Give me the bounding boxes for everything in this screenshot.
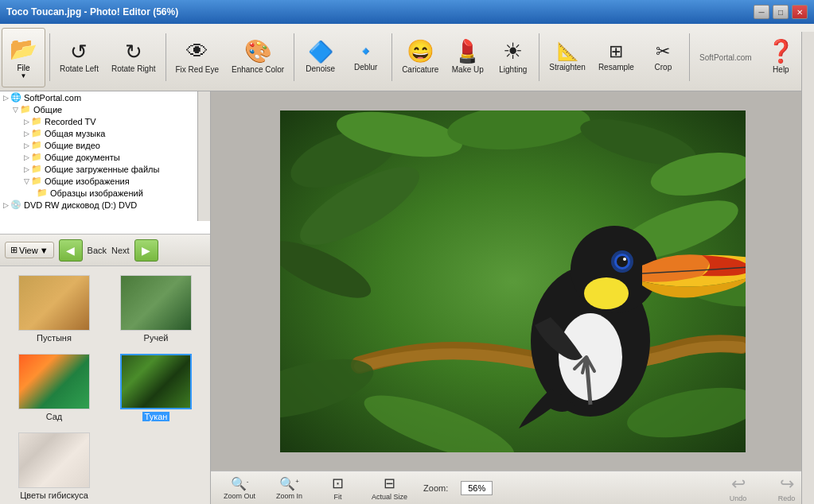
- toolbar-sep-6: [689, 33, 690, 81]
- help-label: Help: [773, 65, 789, 75]
- straighten-label: Straighten: [549, 63, 586, 72]
- main-content: ▷ 🌐 SoftPortal.com ▽ 📁 Общие ▷ 📁 Recorde…: [0, 91, 814, 504]
- help-button[interactable]: ❓ Help: [759, 28, 803, 87]
- window-title: Toco Toucan.jpg - Photo! Editor (56%): [6, 6, 178, 17]
- svg-point-16: [623, 258, 626, 261]
- fix-red-eye-label: Fix Red Eye: [176, 65, 219, 75]
- softportal-logo: SoftPortal.com: [694, 28, 758, 87]
- deblur-label: Deblur: [354, 63, 377, 72]
- image-area: 🔍- Zoom Out 🔍+ Zoom In ⊡ Fit ⊟ Actual Si…: [211, 91, 814, 504]
- crop-icon: ✂: [656, 43, 670, 60]
- resample-button[interactable]: ⊞ Resample: [593, 28, 640, 87]
- fix-red-eye-icon: 👁: [186, 41, 208, 63]
- caricature-button[interactable]: 😄 Caricature: [396, 28, 444, 87]
- denoise-label: Denoise: [306, 64, 335, 74]
- straighten-button[interactable]: 📐 Straighten: [543, 28, 591, 87]
- tree-item-obshie[interactable]: ▽ 📁 Общие: [0, 103, 210, 115]
- thumb-image-garden[interactable]: [18, 354, 90, 409]
- sidebar: ▷ 🌐 SoftPortal.com ▽ 📁 Общие ▷ 📁 Recorde…: [0, 91, 211, 504]
- tree-item-softportal[interactable]: ▷ 🌐 SoftPortal.com: [0, 91, 210, 103]
- thumb-item-toucan[interactable]: Тукан: [108, 351, 204, 424]
- thumb-item-stream[interactable]: Ручей: [108, 273, 204, 345]
- rotate-left-icon: ↺: [70, 41, 88, 62]
- rotate-right-button[interactable]: ↻ Rotate Right: [106, 28, 162, 87]
- zoom-input[interactable]: [461, 481, 493, 495]
- fit-label: Fit: [334, 493, 342, 501]
- redo-button[interactable]: ↪ Redo: [769, 474, 804, 502]
- zoom-in-button[interactable]: 🔍+ Zoom In: [271, 475, 307, 502]
- status-bar: 🔍- Zoom Out 🔍+ Zoom In ⊡ Fit ⊟ Actual Si…: [211, 471, 814, 504]
- back-label: Back: [88, 246, 107, 255]
- tree-item-video[interactable]: ▷ 📁 Общие видео: [0, 139, 210, 151]
- rotate-right-icon: ↻: [125, 41, 142, 62]
- thumb-label-flowers: Цветы гибискуса: [20, 490, 88, 500]
- back-button[interactable]: ◀: [59, 239, 83, 262]
- help-icon: ❓: [767, 41, 795, 63]
- caricature-label: Caricature: [402, 65, 438, 75]
- view-button[interactable]: ⊞ View ▼: [5, 242, 54, 258]
- tree-hscrollbar[interactable]: [0, 234, 210, 235]
- view-dropdown-icon: ▼: [40, 246, 49, 255]
- tree-item-recorded-tv[interactable]: ▷ 📁 Recorded TV: [0, 115, 210, 127]
- make-up-icon: 💄: [454, 41, 481, 63]
- thumb-image-stream[interactable]: [120, 275, 192, 331]
- nav-bar: ⊞ View ▼ ◀ Back Next ▶: [0, 235, 210, 266]
- actual-size-button[interactable]: ⊟ Actual Size: [368, 473, 411, 502]
- zoom-in-label: Zoom In: [276, 492, 302, 500]
- toolbar-sep-4: [391, 33, 392, 81]
- file-button[interactable]: 📂 File ▼: [2, 28, 45, 87]
- denoise-button[interactable]: 🔷 Denoise: [298, 28, 342, 87]
- enhance-color-button[interactable]: 🎨 Enhance Color: [226, 28, 290, 87]
- rotate-left-button[interactable]: ↺ Rotate Left: [54, 28, 104, 87]
- thumb-item-flowers[interactable]: Цветы гибискуса: [6, 430, 102, 502]
- deblur-button[interactable]: 🔹 Deblur: [344, 28, 388, 87]
- fix-red-eye-button[interactable]: 👁 Fix Red Eye: [170, 28, 224, 87]
- thumb-image-flowers[interactable]: [18, 432, 90, 488]
- image-canvas[interactable]: [211, 91, 814, 471]
- close-button[interactable]: ✕: [792, 5, 808, 19]
- lighting-button[interactable]: ☀ Lighting: [491, 28, 535, 87]
- file-label: File: [17, 64, 29, 72]
- tree-item-downloads[interactable]: ▷ 📁 Общие загруженные файлы: [0, 163, 210, 175]
- thumb-image-toucan[interactable]: [120, 354, 192, 409]
- toolbar-sep-2: [166, 33, 166, 81]
- make-up-button[interactable]: 💄 Make Up: [446, 28, 489, 87]
- undo-icon: ↩: [731, 474, 746, 494]
- tree-item-docs[interactable]: ▷ 📁 Общие документы: [0, 151, 210, 163]
- thumbnail-section: Пустыня Ручей Сад: [0, 266, 210, 504]
- file-icon: 📂: [10, 36, 37, 62]
- crop-label: Crop: [655, 63, 672, 72]
- caricature-icon: 😄: [407, 41, 434, 63]
- tree-item-dvd[interactable]: ▷ 💿 DVD RW дисковод (D:) DVD: [0, 199, 210, 211]
- rotate-right-label: Rotate Right: [111, 64, 156, 74]
- make-up-label: Make Up: [452, 65, 484, 75]
- tree-item-samples[interactable]: 📁 Образцы изображений: [0, 187, 210, 199]
- tree-vscrollbar[interactable]: [197, 91, 210, 221]
- minimize-button[interactable]: ─: [754, 5, 769, 19]
- fit-icon: ⊡: [332, 475, 344, 492]
- window-controls: ─ □ ✕: [754, 5, 808, 19]
- maximize-button[interactable]: □: [773, 5, 789, 19]
- thumb-item-garden[interactable]: Сад: [6, 351, 102, 424]
- crop-button[interactable]: ✂ Crop: [641, 28, 685, 87]
- zoom-out-button[interactable]: 🔍- Zoom Out: [220, 475, 259, 502]
- tree-item-music[interactable]: ▷ 📁 Общая музыка: [0, 127, 210, 139]
- undo-button[interactable]: ↩ Undo: [720, 474, 756, 502]
- next-button[interactable]: ▶: [134, 239, 158, 262]
- thumb-image-desert[interactable]: [18, 275, 90, 331]
- deblur-icon: 🔹: [355, 43, 376, 60]
- resample-label: Resample: [598, 63, 634, 72]
- thumb-label-stream: Ручей: [144, 333, 169, 343]
- fit-button[interactable]: ⊡ Fit: [320, 473, 356, 502]
- view-label: View: [19, 246, 38, 255]
- file-dropdown-arrow: ▼: [21, 72, 27, 79]
- tree-item-images[interactable]: ▽ 📁 Общие изображения: [0, 175, 210, 187]
- tree-view[interactable]: ▷ 🌐 SoftPortal.com ▽ 📁 Общие ▷ 📁 Recorde…: [0, 91, 210, 234]
- zoom-in-icon: 🔍+: [279, 476, 299, 491]
- thumb-item-desert[interactable]: Пустыня: [6, 273, 102, 345]
- lighting-icon: ☀: [503, 41, 523, 63]
- thumb-label-garden: Сад: [46, 412, 63, 421]
- back-arrow-icon: ◀: [66, 244, 75, 257]
- redo-icon: ↪: [780, 474, 794, 494]
- view-grid-icon: ⊞: [10, 245, 18, 255]
